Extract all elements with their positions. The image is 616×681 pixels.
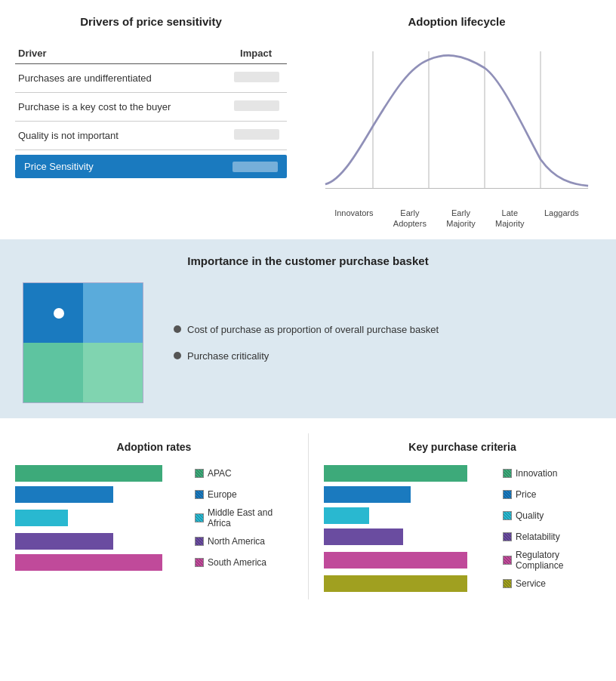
quadrant-bottom-left [23,343,83,402]
table-row: Purchases are undifferentiated [15,64,287,93]
legend-item-1: Cost of purchase as proportion of overal… [174,324,439,335]
price-sensitivity-row: Price Sensitivity [15,155,287,178]
adoption-rates-title: Adoption rates [15,441,293,453]
price-sensitivity-label: Price Sensitivity [24,161,94,172]
driver-cell: Quality is not important [15,122,216,150]
bar-row: Innovation [324,465,601,482]
hatch-icon [503,511,512,520]
bar-container [15,554,189,571]
bar-container [15,533,189,550]
label-late-majority: LateMajority [495,208,525,230]
bar-label: APAC [195,468,293,479]
bar-label: South America [195,557,293,568]
quadrant-chart [23,282,143,403]
bar-fill [324,507,369,524]
label-text: Regulatory Compliance [516,550,601,571]
bar-fill [15,510,68,526]
impact-col-header: Impact [216,43,287,64]
label-text: Europe [208,489,237,500]
drivers-title: Drivers of price sensitivity [15,15,287,28]
bar-label: Service [503,578,601,589]
bar-row: Middle East and Africa [15,507,293,528]
bar-container [15,486,189,503]
quadrant-dot [54,308,64,319]
impact-cell [216,122,287,150]
hatch-icon [503,469,512,478]
bar-row: Service [324,575,601,592]
price-sensitivity-badge [233,162,278,172]
driver-col-header: Driver [15,43,216,64]
adoption-curve-svg [317,43,596,209]
quadrant-bottom-right [83,343,143,402]
bar-row: APAC [15,465,293,482]
drivers-panel: Drivers of price sensitivity Driver Impa… [0,8,302,232]
middle-section: Importance in the customer purchase bask… [0,239,616,418]
bar-label: Price [503,489,601,500]
driver-cell: Purchase is a key cost to the buyer [15,93,216,122]
bar-container [15,465,189,482]
hatch-icon [195,490,204,499]
impact-badge [234,100,279,111]
middle-title: Importance in the customer purchase bask… [23,254,593,267]
middle-content: Cost of purchase as proportion of overal… [23,282,593,403]
legend-item-2: Purchase criticality [174,350,439,362]
driver-cell: Purchases are undifferentiated [15,64,216,93]
bar-fill [15,486,113,503]
label-laggards: Laggards [544,208,579,230]
bar-container [324,528,497,545]
quadrant-top-right [83,283,143,343]
label-text: APAC [208,468,232,479]
bar-container [324,465,497,482]
hatch-icon [503,490,512,499]
label-text: Middle East and Africa [208,507,293,528]
legend-dot-1 [174,325,181,333]
table-row: Quality is not important [15,122,287,150]
bar-row: Quality [324,507,601,524]
bar-label: Innovation [503,468,601,479]
bar-label: Middle East and Africa [195,507,293,528]
bar-fill [15,554,162,571]
impact-badge [234,129,279,140]
hatch-icon [195,469,204,478]
bar-fill [15,465,162,482]
label-text: South America [208,557,266,568]
bar-label: Relatability [503,532,601,542]
key-purchase-chart: InnovationPriceQualityRelatabilityRegula… [324,465,601,592]
adoption-title: Adoption lifecycle [317,15,596,28]
label-text: Relatability [516,532,560,542]
legend-text-2: Purchase criticality [187,350,269,362]
legend-text-1: Cost of purchase as proportion of overal… [187,324,439,335]
bar-container [324,507,497,524]
adoption-chart: Innovators EarlyAdopters EarlyMajority L… [317,43,596,224]
impact-badge [234,72,279,82]
impact-cell [216,93,287,122]
bar-container [324,486,497,503]
drivers-table: Driver Impact Purchases are undifferenti… [15,43,287,150]
bar-row: Regulatory Compliance [324,550,601,571]
bar-container [15,510,189,526]
label-innovators: Innovators [334,208,373,230]
bar-container [324,552,497,569]
key-purchase-title: Key purchase criteria [324,441,601,453]
legend-dot-2 [174,352,181,359]
adoption-rates-panel: Adoption rates APACEuropeMiddle East and… [0,433,308,599]
adoption-labels: Innovators EarlyAdopters EarlyMajority L… [317,208,596,230]
table-row: Purchase is a key cost to the buyer [15,93,287,122]
adoption-rates-chart: APACEuropeMiddle East and AfricaNorth Am… [15,465,293,571]
label-text: Quality [516,510,544,521]
bar-row: Relatability [324,528,601,545]
hatch-icon [195,513,204,522]
hatch-icon [503,532,512,541]
bar-fill [324,486,411,503]
bar-label: Quality [503,510,601,521]
bar-label: North America [195,536,293,547]
bar-fill [324,575,467,592]
label-text: Service [516,578,546,589]
key-purchase-panel: Key purchase criteria InnovationPriceQua… [308,433,616,599]
label-early-adopters: EarlyAdopters [393,208,427,230]
bar-fill [324,528,403,545]
label-text: North America [208,536,265,547]
hatch-icon [195,558,204,567]
hatch-icon [503,579,512,588]
bar-row: Europe [15,486,293,503]
